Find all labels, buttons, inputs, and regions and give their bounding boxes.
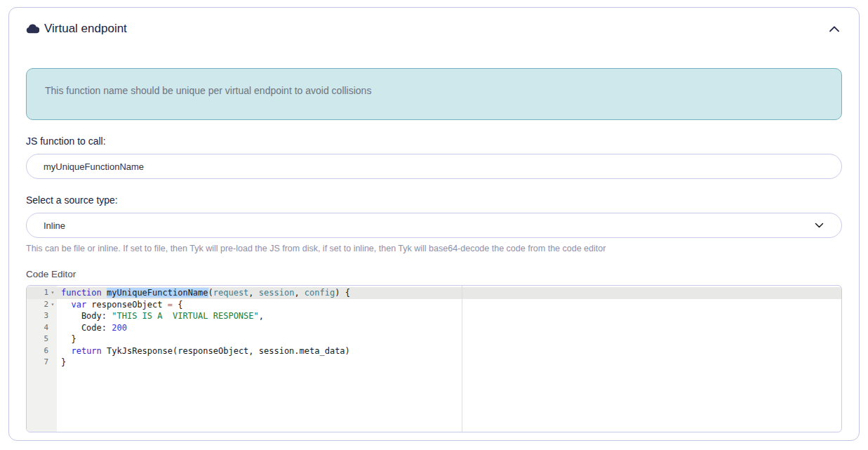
js-function-input[interactable] bbox=[26, 154, 842, 179]
js-function-label: JS function to call: bbox=[26, 134, 842, 148]
line-number: 5 bbox=[27, 333, 48, 345]
chevron-up-icon bbox=[828, 25, 841, 33]
code-text: } bbox=[57, 333, 76, 345]
code-text: Code: 200 bbox=[57, 322, 127, 334]
code-line[interactable]: 5 } bbox=[27, 333, 841, 345]
collapse-button[interactable] bbox=[827, 23, 842, 34]
code-editor-label: Code Editor bbox=[26, 268, 842, 281]
fold-triangle-icon[interactable]: ▾ bbox=[48, 299, 57, 311]
line-number: 1 bbox=[27, 287, 48, 299]
code-line[interactable]: 3 Body: "THIS IS A VIRTUAL RESPONSE", bbox=[27, 310, 841, 322]
fold-spacer bbox=[48, 357, 57, 369]
code-line[interactable]: 6 return TykJsResponse(responseObject, s… bbox=[27, 345, 841, 357]
line-gutter: 7 bbox=[27, 357, 57, 369]
code-line[interactable]: 1▾function myUniqueFunctionName(request,… bbox=[27, 287, 841, 299]
source-type-help: This can be file or inline. If set to fi… bbox=[26, 243, 842, 254]
line-number: 6 bbox=[27, 345, 48, 357]
fold-spacer bbox=[48, 333, 57, 345]
line-gutter: 4 bbox=[27, 322, 57, 334]
code-line[interactable]: 4 Code: 200 bbox=[27, 322, 841, 334]
line-number: 2 bbox=[27, 299, 48, 311]
code-text: return TykJsResponse(responseObject, ses… bbox=[57, 345, 350, 357]
info-banner: This function name should be unique per … bbox=[26, 68, 842, 120]
code-line[interactable]: 7} bbox=[27, 357, 841, 369]
line-gutter: 1▾ bbox=[27, 287, 57, 299]
virtual-endpoint-panel: Virtual endpoint This function name shou… bbox=[8, 7, 860, 441]
code-text: var responseObject = { bbox=[57, 299, 182, 311]
code-text: } bbox=[57, 357, 66, 369]
line-number: 3 bbox=[27, 310, 48, 322]
info-banner-text: This function name should be unique per … bbox=[45, 85, 371, 96]
source-type-group: Select a source type: Inline This can be… bbox=[26, 193, 842, 254]
line-number: 4 bbox=[27, 322, 48, 334]
line-number: 7 bbox=[27, 357, 48, 369]
panel-title: Virtual endpoint bbox=[44, 20, 127, 37]
source-type-select[interactable]: Inline bbox=[26, 213, 842, 238]
line-gutter: 6 bbox=[27, 345, 57, 357]
fold-spacer bbox=[48, 310, 57, 322]
chevron-down-icon bbox=[814, 222, 824, 229]
source-type-selected-value: Inline bbox=[44, 220, 65, 231]
line-gutter: 2▾ bbox=[27, 299, 57, 311]
code-text: Body: "THIS IS A VIRTUAL RESPONSE", bbox=[57, 310, 264, 322]
code-lines: 1▾function myUniqueFunctionName(request,… bbox=[27, 287, 841, 369]
fold-spacer bbox=[48, 345, 57, 357]
code-editor[interactable]: 1▾function myUniqueFunctionName(request,… bbox=[26, 285, 842, 432]
source-type-label: Select a source type: bbox=[26, 193, 842, 207]
fold-spacer bbox=[48, 322, 57, 334]
code-text: function myUniqueFunctionName(request, s… bbox=[57, 287, 350, 299]
line-gutter: 3 bbox=[27, 310, 57, 322]
fold-triangle-icon[interactable]: ▾ bbox=[48, 287, 57, 299]
line-gutter: 5 bbox=[27, 333, 57, 345]
code-line[interactable]: 2▾ var responseObject = { bbox=[27, 299, 841, 311]
panel-header: Virtual endpoint bbox=[26, 20, 842, 37]
cloud-icon bbox=[26, 24, 39, 34]
js-function-group: JS function to call: bbox=[26, 134, 842, 179]
